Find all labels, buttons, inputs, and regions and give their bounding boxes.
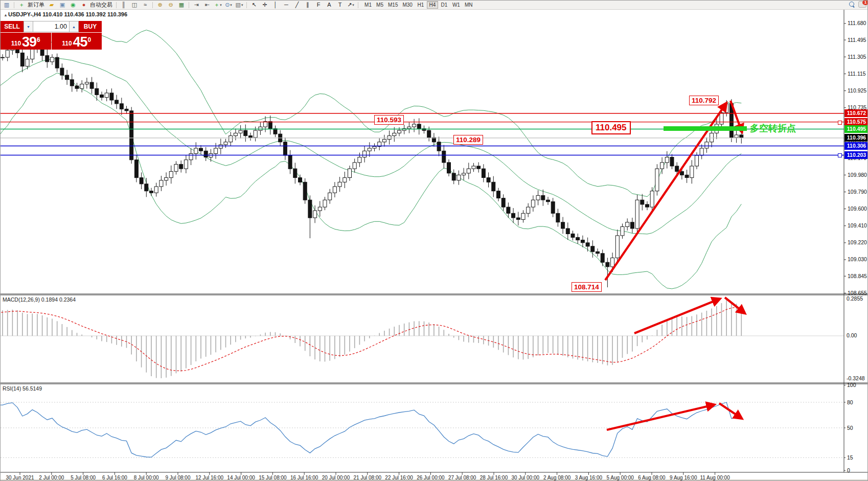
svg-text:22 Jul 16:00: 22 Jul 16:00	[385, 475, 413, 480]
toolbar-separator	[246, 2, 247, 8]
svg-text:0.00: 0.00	[847, 332, 857, 338]
one-click-trading-panel: SELL ▼ 1.00 ▲ BUY 110396 110450	[1, 21, 102, 50]
trade-panel-price-row: 110396 110450	[1, 33, 102, 50]
chart-shift-icon[interactable]: ⇤	[202, 1, 212, 9]
svg-text:11 Aug 00:00: 11 Aug 00:00	[700, 475, 730, 480]
equidistant-channel-icon[interactable]: ∥	[303, 1, 313, 9]
new-order-icon[interactable]: ＋	[16, 1, 27, 9]
gold-bars-icon[interactable]: ▰	[47, 1, 57, 9]
timeframe-mn[interactable]: MN	[463, 1, 475, 9]
svg-text:6 Aug 08:00: 6 Aug 08:00	[638, 475, 666, 480]
svg-text:5 Aug 00:00: 5 Aug 00:00	[607, 475, 634, 480]
level-handle[interactable]	[838, 153, 842, 157]
buy-button[interactable]: BUY	[79, 21, 102, 32]
timeframe-m15[interactable]: M15	[386, 1, 400, 9]
volume-decrease-button[interactable]: ▼	[24, 21, 33, 32]
price-annotation-110-495[interactable]: 110.495	[591, 121, 631, 134]
chart-canvas[interactable]: 111.680111.495111.305111.115110.925110.7…	[1, 1, 868, 481]
buy-price-prefix: 110	[62, 38, 72, 49]
svg-text:109.220: 109.220	[848, 239, 867, 245]
svg-text:21 Jul 08:00: 21 Jul 08:00	[354, 475, 382, 480]
text-icon[interactable]: A	[324, 1, 334, 9]
symbol-icon: ▴	[5, 13, 7, 17]
price-annotation-108-714[interactable]: 108.714	[572, 282, 602, 292]
notification-badge: 1	[862, 0, 868, 5]
sell-price-big: 39	[22, 35, 36, 49]
dropdown-caret-icon[interactable]: ▾	[220, 1, 222, 9]
notifications-icon[interactable]: 1	[858, 1, 866, 8]
svg-text:15 Jul 08:00: 15 Jul 08:00	[259, 475, 287, 480]
zoom-in-icon[interactable]: ⊕	[155, 1, 165, 9]
timeframe-m1[interactable]: M1	[362, 1, 374, 9]
autotrading-icon[interactable]: ●	[79, 1, 89, 9]
timeframe-h4[interactable]: H4	[427, 1, 438, 9]
fibonacci-icon[interactable]: F	[313, 1, 324, 9]
crosshair-icon[interactable]: ✛	[260, 1, 270, 9]
horizontal-line-icon[interactable]: ─	[281, 1, 291, 9]
sell-price-sup: 6	[37, 37, 40, 42]
symbol-ohlc-text: USDJPY-,H4 110.410 110.436 110.392 110.3…	[8, 11, 127, 17]
virtual-hosting-icon[interactable]: ▣	[57, 1, 67, 9]
arrows-icon[interactable]: ↗▾	[346, 1, 356, 9]
svg-text:20 Jul 00:00: 20 Jul 00:00	[322, 475, 350, 480]
price-annotation-110-792[interactable]: 110.792	[689, 96, 719, 105]
timeframe-w1[interactable]: W1	[450, 1, 462, 9]
svg-text:109.410: 109.410	[848, 222, 867, 228]
buy-price-sup: 0	[88, 37, 92, 42]
sell-price-button[interactable]: 110396	[1, 33, 51, 50]
price-tag-110.575: 110.575	[844, 118, 868, 126]
templates-icon[interactable]: ▧▾	[234, 1, 244, 9]
bar-chart-icon[interactable]: ║	[119, 1, 129, 9]
indicators-icon[interactable]: ＋▾	[213, 1, 223, 9]
tile-windows-icon[interactable]: ▦	[176, 1, 187, 9]
price-tag-110.672: 110.672	[844, 109, 868, 117]
toolbar-separator	[152, 2, 153, 8]
svg-text:15: 15	[847, 454, 853, 461]
volume-increase-button[interactable]: ▲	[69, 21, 79, 32]
macd-down-arrow[interactable]	[725, 297, 744, 313]
top-toolbar: ▥＋新订单▰▣◉●自动交易║◫≈⊕⊖▦⇥⇤＋▾⊙▾▧▾↖✛│─╱∥FAT↗▾ M…	[1, 1, 868, 10]
auto-scroll-icon[interactable]: ⇥	[191, 1, 201, 9]
timeframe-m5[interactable]: M5	[374, 1, 385, 9]
price-annotation-110-593[interactable]: 110.593	[374, 115, 404, 125]
svg-text:0.2855: 0.2855	[847, 295, 863, 302]
svg-text:50: 50	[847, 425, 853, 431]
svg-text:111.305: 111.305	[848, 54, 866, 60]
rsi-up-trend-arrow[interactable]	[607, 405, 714, 430]
svg-text:2 Jul 00:00: 2 Jul 00:00	[39, 475, 64, 480]
signals-icon[interactable]: ◉	[68, 1, 78, 9]
sell-button[interactable]: SELL	[1, 21, 24, 32]
bollinger-lower-band	[1, 73, 741, 289]
dropdown-caret-icon[interactable]: ▾	[241, 1, 243, 9]
support-bar-annotation[interactable]	[664, 126, 747, 131]
trendline-icon[interactable]: ╱	[292, 1, 302, 9]
svg-text:109.600: 109.600	[848, 205, 867, 212]
periods-icon[interactable]: ⊙▾	[223, 1, 234, 9]
timeframe-d1[interactable]: D1	[439, 1, 450, 9]
dropdown-caret-icon[interactable]: ▾	[352, 1, 354, 9]
timeframe-m30[interactable]: M30	[400, 1, 414, 9]
turning-point-label[interactable]: 多空转折点	[750, 122, 796, 134]
zoom-out-icon[interactable]: ⊖	[166, 1, 176, 9]
price-annotation-110-289[interactable]: 110.289	[453, 135, 483, 145]
text-label-icon[interactable]: T	[335, 1, 345, 9]
vertical-line-icon[interactable]: │	[270, 1, 281, 9]
svg-text:5 Jul 08:00: 5 Jul 08:00	[71, 475, 96, 480]
search-icon[interactable]	[849, 2, 855, 8]
price-tag-110.495: 110.495	[844, 125, 868, 133]
candlestick-chart-icon[interactable]: ◫	[129, 1, 140, 9]
line-chart-icon[interactable]: ≈	[140, 1, 150, 9]
volume-input[interactable]: 1.00	[33, 21, 69, 32]
svg-text:26 Jul 00:00: 26 Jul 00:00	[417, 475, 445, 480]
cursor-icon[interactable]: ↖	[249, 1, 259, 9]
timeframe-h1[interactable]: H1	[415, 1, 426, 9]
dropdown-caret-icon[interactable]: ▾	[230, 1, 232, 9]
chart-window-icon[interactable]: ▥	[2, 1, 12, 9]
buy-price-button[interactable]: 110450	[52, 33, 102, 50]
svg-text:2 Aug 08:00: 2 Aug 08:00	[543, 475, 571, 480]
rsi-down-arrow[interactable]	[719, 403, 741, 418]
toolbar-separator	[189, 2, 189, 8]
sell-price-prefix: 110	[11, 38, 21, 49]
svg-text:30 Jul 00:00: 30 Jul 00:00	[512, 475, 540, 480]
level-handle[interactable]	[838, 121, 842, 125]
